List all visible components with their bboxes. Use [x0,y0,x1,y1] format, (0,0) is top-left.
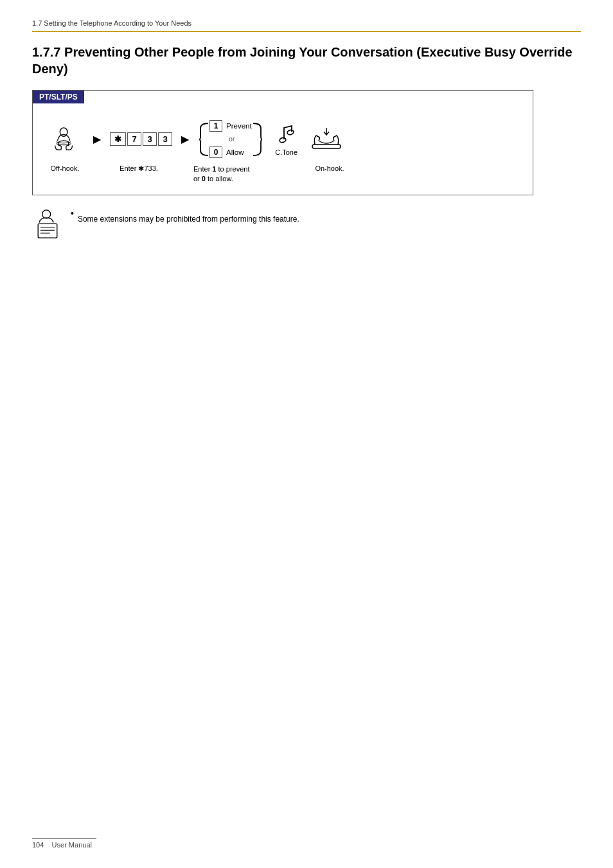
on-hook-icon [310,127,343,152]
section-title: 1.7.7 Preventing Other People from Joini… [32,44,581,77]
diagram-row: ▶ ✱ 7 3 3 ▶ 1 Prevent or [33,111,533,161]
svg-point-2 [287,129,294,135]
note-bullet-item: • Some extensions may be prohibited from… [71,209,299,225]
svg-rect-3 [312,145,341,148]
section-heading: Preventing Other People from Joining You… [32,45,573,76]
or-label: or [212,136,252,143]
right-bracket-svg [252,122,263,157]
on-hook-step [310,127,343,152]
svg-rect-5 [38,224,57,238]
page-number: 104 [32,841,44,849]
arrow-2: ▶ [181,133,189,145]
footer-label: User Manual [52,841,92,849]
svg-point-4 [42,210,51,218]
option-label-desc: Enter 1 to preventor 0 to allow. [193,164,264,184]
breadcrumb: 1.7 Setting the Telephone According to Y… [32,19,581,32]
section-number: 1.7.7 [32,45,60,59]
key-seq-label: Enter ✱733. [110,164,168,173]
off-hook-step [46,126,84,153]
option-allow: 0 Allow [209,146,252,158]
svg-point-1 [279,137,286,143]
key-7: 7 [127,132,141,146]
option-label-allow: Allow [226,148,244,156]
option-rows: 1 Prevent or 0 Allow [209,118,252,161]
footer: 104 User Manual [32,838,96,849]
option-prevent: 1 Prevent [209,120,252,132]
bullet-symbol: • [71,208,74,218]
diagram-box: PT/SLT/PS ▶ [32,90,533,195]
ctone-icon [278,123,296,146]
on-hook-label: On-hook. [313,164,346,172]
key-sequence: ✱ 7 3 3 [110,132,172,146]
key-3b: 3 [158,132,172,146]
off-hook-icon [51,126,78,153]
option-bracket-area: 1 Prevent or 0 Allow [198,118,263,161]
key-star: ✱ [110,132,126,146]
ctone-label: C.Tone [275,148,298,156]
note-icon [32,209,63,240]
left-bracket-svg [198,122,209,157]
off-hook-label: Off-hook. [46,164,84,172]
ctone-step: C.Tone [270,123,303,156]
note-text: Some extensions may be prohibited from p… [78,213,299,225]
option-label-prevent: Prevent [226,122,252,130]
labels-row: Off-hook. Enter ✱733. Enter 1 to prevent… [33,161,533,184]
option-step: 1 Prevent or 0 Allow [198,118,263,161]
note-section: • Some extensions may be prohibited from… [32,209,581,240]
option-num-0: 0 [209,146,222,158]
device-label: PT/SLT/PS [33,91,84,103]
arrow-1: ▶ [93,133,101,145]
option-num-1: 1 [209,120,222,132]
key-3a: 3 [143,132,157,146]
